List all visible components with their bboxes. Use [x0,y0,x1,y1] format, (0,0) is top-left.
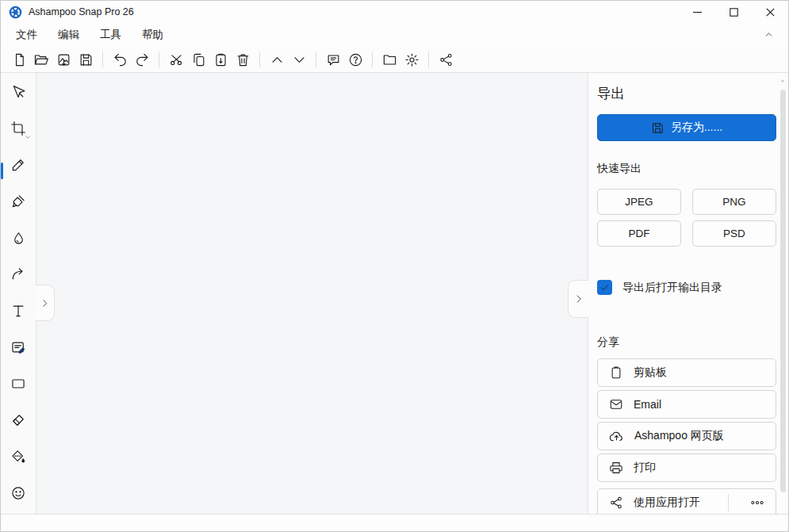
quick-export-png-button[interactable]: PNG [692,189,776,215]
quick-export-pdf-button[interactable]: PDF [597,220,681,247]
tool-fill[interactable] [4,442,33,471]
floppy-icon [651,121,665,135]
paste-button[interactable] [209,48,232,71]
scrollbar-thumb[interactable] [780,90,786,492]
close-button[interactable] [752,1,788,23]
statusbar [1,514,789,532]
tool-curved-arrow[interactable] [4,260,33,289]
share-label: 分享 [597,335,619,350]
share-button[interactable] [435,48,457,71]
toolbar-separator [102,52,103,67]
menu-file[interactable]: 文件 [6,25,48,45]
share-open-with-app-label: 使用应用打开 [634,496,700,510]
open-output-dir-label: 导出后打开输出目录 [622,281,722,295]
tool-crop[interactable] [4,114,33,143]
copy-button[interactable] [187,48,209,71]
titlebar: Ashampoo Snap Pro 26 [1,1,788,23]
toolbar-separator [372,52,373,67]
quick-export-psd-button[interactable]: PSD [692,220,776,247]
tool-note[interactable] [4,333,33,362]
clipboard-icon [609,366,623,380]
scrollbar-up-arrow[interactable] [779,78,786,84]
share-print-label: 打印 [634,461,656,475]
open-output-dir-option: 导出后打开输出目录 [597,280,722,295]
save-as-button[interactable]: 另存为...... [597,114,776,141]
toolbar-separator [259,52,260,67]
cloud-upload-icon [609,429,624,444]
share-clipboard-button[interactable]: 剪贴板 [597,358,776,387]
delete-button[interactable] [232,48,254,71]
help-button[interactable] [344,48,366,71]
menu-tools[interactable]: 工具 [90,25,132,45]
tool-highlighter[interactable] [4,187,33,216]
quick-export-label: 快速导出 [597,162,642,176]
minimize-button[interactable] [679,1,715,23]
tool-blur-drop[interactable] [4,224,33,252]
export-panel-title: 导出 [597,84,625,103]
export-panel: 导出 另存为...... 快速导出 JPEG PNG PDF PSD 导出后打开… [588,73,789,514]
save-button[interactable] [75,48,97,71]
menu-help[interactable]: 帮助 [132,25,174,45]
tool-text[interactable] [4,297,33,325]
tool-emoticon[interactable] [4,479,33,507]
tools-sidebar [1,73,36,514]
main-area: 导出 另存为...... 快速导出 JPEG PNG PDF PSD 导出后打开… [1,73,789,514]
envelope-icon [609,397,623,411]
app-logo-icon [9,6,22,19]
tool-select[interactable] [4,78,33,106]
toolbar-separator [159,52,159,67]
export-image-button[interactable] [52,48,75,71]
tool-pencil[interactable] [4,151,33,179]
menu-edit[interactable]: 编辑 [48,25,90,45]
new-file-button[interactable] [8,48,30,71]
crop-dropdown-icon [25,134,31,140]
collapse-ribbon-button[interactable] [764,29,774,40]
toolbar-separator [428,52,429,67]
move-down-button[interactable] [288,48,310,71]
share-ashampoo-web-label: Ashampoo 网页版 [634,429,724,443]
share-ashampoo-web-button[interactable]: Ashampoo 网页版 [597,422,776,450]
share-open-with-app-main[interactable]: 使用应用打开 [598,489,718,514]
share-nodes-icon [609,496,623,510]
button-divider [728,494,729,511]
open-output-dir-checkbox[interactable] [597,280,612,295]
toolbar-separator [316,52,316,67]
open-file-button[interactable] [30,48,52,71]
undo-button[interactable] [109,48,131,71]
tool-eraser[interactable] [4,406,33,434]
save-as-label: 另存为...... [671,121,722,135]
menubar: 文件 编辑 工具 帮助 [1,23,788,47]
share-print-button[interactable]: 打印 [597,454,776,482]
quick-export-jpeg-button[interactable]: JPEG [597,189,681,215]
more-apps-button[interactable] [739,489,776,514]
settings-button[interactable] [400,48,423,71]
active-tool-indicator [1,163,3,179]
cut-button[interactable] [165,48,187,71]
move-up-button[interactable] [266,48,288,71]
left-flyout-expander[interactable] [36,285,55,321]
right-flyout-expander[interactable] [568,280,588,318]
app-window: { "window": { "title": "Ashampoo Snap Pr… [0,0,789,532]
printer-icon [609,461,623,475]
window-title: Ashampoo Snap Pro 26 [29,6,679,17]
share-email-label: Email [634,398,661,411]
redo-button[interactable] [131,48,153,71]
toolbar [1,47,788,73]
tool-rectangle[interactable] [4,369,33,398]
canvas[interactable] [36,73,588,514]
maximize-button[interactable] [715,1,752,23]
feedback-button[interactable] [322,48,344,71]
share-open-with-app-button[interactable]: 使用应用打开 [597,488,776,514]
share-clipboard-label: 剪贴板 [634,366,667,380]
folder-button[interactable] [378,48,400,71]
share-email-button[interactable]: Email [597,390,776,419]
